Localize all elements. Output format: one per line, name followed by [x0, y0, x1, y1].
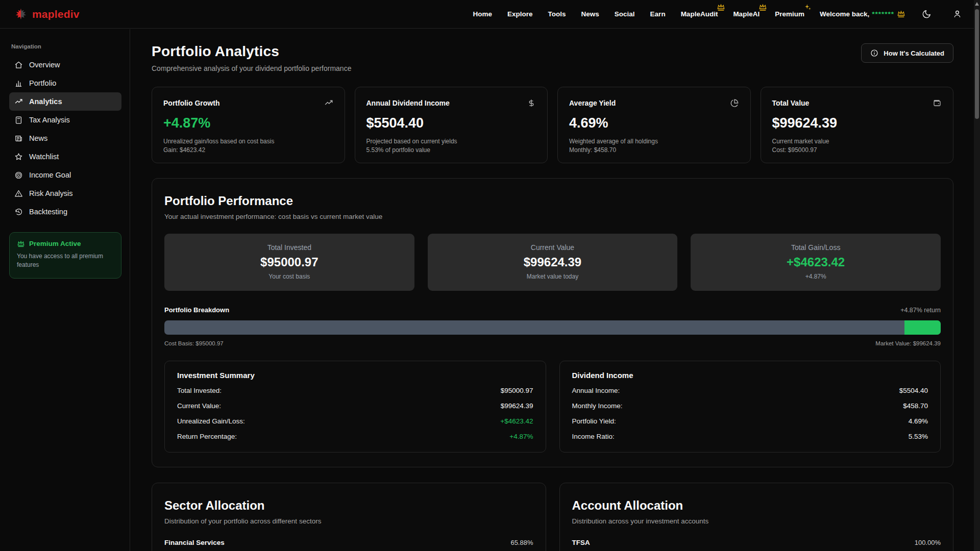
- sidebar-item-watchlist[interactable]: Watchlist: [9, 147, 121, 166]
- scrollbar-thumb[interactable]: [975, 9, 979, 119]
- stat-card-portfolio-growth: Portfolio Growth +4.87% Unrealized gain/…: [152, 87, 345, 163]
- sector-allocation-card: Sector Allocation Distribution of your p…: [152, 483, 546, 551]
- calculator-icon: [14, 116, 23, 124]
- nav-item-premium[interactable]: Premium: [775, 10, 804, 18]
- row-label: Return Percentage:: [177, 433, 237, 440]
- performance-subtitle: Your actual investment performance: cost…: [164, 213, 941, 220]
- crown-icon: [758, 4, 767, 11]
- how-its-calculated-button[interactable]: How It's Calculated: [861, 43, 953, 63]
- welcome-masked-username: *******: [872, 10, 894, 18]
- investment-summary-title: Investment Summary: [177, 371, 533, 380]
- premium-active-card: Premium Active You have access to all pr…: [9, 232, 121, 279]
- table-row: Total Invested: $95000.97: [177, 383, 533, 398]
- sparkles-icon: [803, 4, 812, 11]
- sidebar-item-watchlist-label: Watchlist: [29, 153, 59, 161]
- nav-item-explore[interactable]: Explore: [507, 10, 533, 18]
- crown-icon: [897, 10, 905, 18]
- sector-name: Financial Services: [164, 539, 225, 546]
- performance-title: Portfolio Performance: [164, 194, 941, 208]
- row-value: $458.70: [903, 402, 928, 410]
- info-icon: [870, 49, 878, 57]
- stat-card-secondary: Gain: $4623.42: [163, 146, 333, 154]
- row-label: Current Value:: [177, 402, 221, 410]
- stat-card-value: $5504.40: [366, 115, 536, 131]
- crown-icon: [17, 240, 25, 247]
- nav-item-social[interactable]: Social: [615, 10, 635, 18]
- stat-card-title: Average Yield: [569, 99, 616, 107]
- sector-allocation-subtitle: Distribution of your portfolio across di…: [164, 517, 533, 525]
- sidebar: Navigation Overview Portfolio Analytics …: [0, 29, 130, 551]
- scrollbar-up-arrow[interactable]: [975, 2, 979, 6]
- market-value-caption: Market Value: $99624.39: [875, 340, 941, 346]
- performance-metrics: Total Invested $95000.97 Your cost basis…: [164, 234, 941, 291]
- row-label: Income Ratio:: [572, 433, 615, 440]
- sidebar-item-overview-label: Overview: [29, 61, 60, 69]
- table-row: Monthly Income: $458.70: [572, 398, 928, 413]
- sidebar-item-risk-analysis[interactable]: Risk Analysis: [9, 184, 121, 203]
- stat-card-description: Unrealized gain/loss based on cost basis: [163, 138, 333, 145]
- table-row: Current Value: $99624.39: [177, 398, 533, 413]
- account-name: TFSA: [572, 539, 590, 546]
- sidebar-item-analytics-label: Analytics: [29, 97, 62, 106]
- row-value: $5504.40: [899, 387, 928, 394]
- nav-item-earn[interactable]: Earn: [650, 10, 666, 18]
- sidebar-item-tax-analysis[interactable]: Tax Analysis: [9, 111, 121, 129]
- portfolio-breakdown-bar: [164, 320, 941, 335]
- sidebar-item-income-goal[interactable]: Income Goal: [9, 166, 121, 184]
- sidebar-item-news-label: News: [29, 134, 47, 142]
- metric-value: +$4623.42: [696, 255, 936, 269]
- metric-total-gain-loss: Total Gain/Loss +$4623.42 +4.87%: [691, 234, 941, 291]
- warning-triangle-icon: [14, 189, 23, 198]
- stat-card-title: Total Value: [772, 99, 810, 107]
- maple-leaf-icon: [14, 8, 28, 21]
- sidebar-item-analytics[interactable]: Analytics: [9, 92, 121, 111]
- cost-basis-caption: Cost Basis: $95000.97: [164, 340, 224, 346]
- nav-links: Home Explore Tools News Social Earn Mapl…: [473, 10, 967, 18]
- page-scrollbar[interactable]: [974, 0, 980, 551]
- metric-sub: +4.87%: [696, 273, 936, 280]
- nav-item-home[interactable]: Home: [473, 10, 493, 18]
- sidebar-item-risk-analysis-label: Risk Analysis: [29, 189, 72, 197]
- account-allocation-title: Account Allocation: [572, 498, 941, 513]
- nav-item-tools[interactable]: Tools: [548, 10, 566, 18]
- stat-card-secondary: Cost: $95000.97: [772, 146, 942, 154]
- crown-icon: [717, 4, 725, 11]
- profile-button[interactable]: [948, 6, 966, 23]
- sidebar-item-backtesting[interactable]: Backtesting: [9, 203, 121, 221]
- theme-toggle-button[interactable]: [918, 6, 935, 23]
- star-icon: [14, 153, 23, 161]
- account-allocation-subtitle: Distribution across your investment acco…: [572, 517, 941, 525]
- investment-summary-panel: Investment Summary Total Invested: $9500…: [164, 361, 546, 453]
- sidebar-item-overview[interactable]: Overview: [9, 56, 121, 74]
- stat-card-total-value: Total Value $99624.39 Current market val…: [761, 87, 954, 163]
- trending-up-icon: [324, 98, 333, 108]
- bar-chart-icon: [14, 79, 23, 88]
- portfolio-breakdown-label: Portfolio Breakdown: [164, 306, 229, 314]
- stat-cards-row: Portfolio Growth +4.87% Unrealized gain/…: [152, 87, 953, 163]
- sidebar-section-label: Navigation: [11, 43, 121, 49]
- portfolio-breakdown-gain-segment: [904, 320, 941, 335]
- nav-item-mapleaudit-label: MapleAudit: [681, 10, 718, 18]
- row-value: $99624.39: [501, 402, 533, 410]
- table-row: Portfolio Yield: 4.69%: [572, 413, 928, 429]
- stat-card-description: Projected based on current yields: [366, 138, 536, 145]
- sector-allocation-title: Sector Allocation: [164, 498, 533, 513]
- brand-logo[interactable]: maplediv: [14, 8, 80, 21]
- dividend-income-panel: Dividend Income Annual Income: $5504.40 …: [559, 361, 941, 453]
- table-row: Annual Income: $5504.40: [572, 383, 928, 398]
- stat-card-average-yield: Average Yield 4.69% Weighted average of …: [557, 87, 751, 163]
- sidebar-item-portfolio[interactable]: Portfolio: [9, 74, 121, 92]
- stat-card-annual-dividend-income: Annual Dividend Income $5504.40 Projecte…: [355, 87, 548, 163]
- nav-item-mapleaudit[interactable]: MapleAudit: [681, 10, 718, 18]
- nav-item-mapleai[interactable]: MapleAI: [733, 10, 760, 18]
- sidebar-item-tax-analysis-label: Tax Analysis: [29, 116, 70, 124]
- stat-card-secondary: 5.53% of portfolio value: [366, 146, 536, 154]
- nav-item-news[interactable]: News: [581, 10, 599, 18]
- sidebar-item-portfolio-label: Portfolio: [29, 79, 56, 87]
- portfolio-breakdown-return: +4.87% return: [900, 307, 941, 314]
- sidebar-item-income-goal-label: Income Goal: [29, 171, 71, 179]
- sidebar-item-news[interactable]: News: [9, 129, 121, 147]
- premium-active-title: Premium Active: [29, 240, 81, 247]
- target-icon: [14, 171, 23, 180]
- metric-value: $95000.97: [169, 255, 409, 269]
